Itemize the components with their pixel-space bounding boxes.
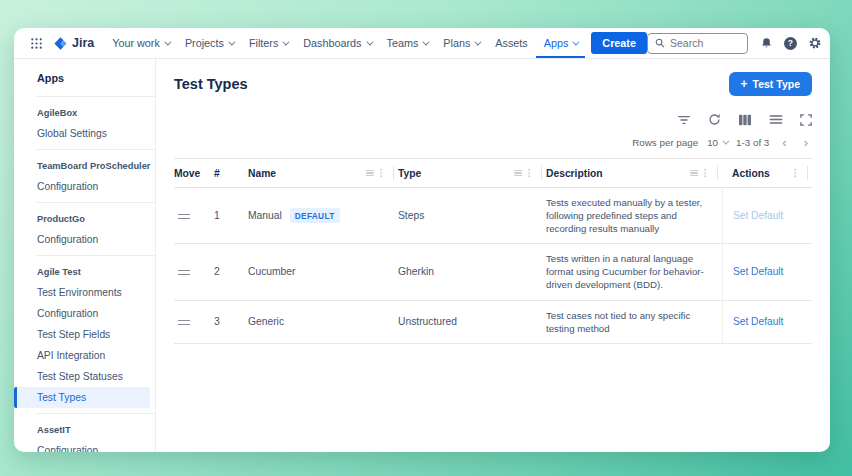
drag-handle-icon[interactable] <box>178 320 190 325</box>
search-input[interactable] <box>670 37 740 49</box>
search-box[interactable] <box>647 33 748 54</box>
sidebar-item-configuration[interactable]: Configuration <box>14 440 155 452</box>
density-icon[interactable] <box>769 114 783 125</box>
sidebar-item-global-settings[interactable]: Global Settings <box>14 123 155 144</box>
test-type-description: Test cases not tied to any specific test… <box>546 301 722 343</box>
nav-menu: Your work Projects Filters Dashboards Te… <box>104 28 585 58</box>
chevron-down-icon <box>423 38 430 45</box>
top-navbar: Jira Your work Projects Filters Dashboar… <box>14 28 830 59</box>
chevron-down-icon <box>573 38 580 45</box>
chevron-down-icon <box>228 38 235 45</box>
set-default-link[interactable]: Set Default <box>733 316 783 327</box>
app-switcher-grid-icon[interactable] <box>24 37 49 50</box>
sidebar-item-configuration[interactable]: Configuration <box>14 303 155 324</box>
rows-per-page-label: Rows per page <box>632 137 698 148</box>
table-row: 2 Cucumber Gherkin Tests written in a na… <box>174 244 812 300</box>
column-header-type[interactable]: Type ⋮ <box>398 159 546 187</box>
chevron-down-icon <box>722 138 729 145</box>
rows-per-page-select[interactable]: 10 <box>707 137 727 148</box>
jira-logo-text: Jira <box>72 36 94 50</box>
nav-item-apps[interactable]: Apps <box>536 28 586 58</box>
chevron-down-icon <box>283 38 290 45</box>
sidebar-title: Apps <box>14 72 155 91</box>
plus-icon: + <box>741 78 748 90</box>
column-header-name[interactable]: Name ⋮ <box>248 159 398 187</box>
column-separator <box>393 166 394 180</box>
nav-item-projects[interactable]: Projects <box>177 28 241 58</box>
add-test-type-button[interactable]: + Test Type <box>729 72 812 96</box>
next-page-icon[interactable]: › <box>800 136 812 149</box>
set-default-link[interactable]: Set Default <box>733 210 783 221</box>
table-row: 3 Generic Unstructured Test cases not ti… <box>174 301 812 344</box>
table-toolbar <box>174 113 812 126</box>
column-menu-icon[interactable] <box>690 170 698 177</box>
table-header-row: Move # Name ⋮ Type <box>174 158 812 188</box>
sidebar-section-agilebox: AgileBox <box>14 102 155 123</box>
test-type-description: Tests executed manually by a tester, fol… <box>546 188 722 243</box>
sidebar-item-test-environments[interactable]: Test Environments <box>14 282 155 303</box>
column-header-actions[interactable]: Actions ⋮ <box>722 159 812 187</box>
sidebar-item-configuration[interactable]: Configuration <box>14 176 155 197</box>
test-type-name: Generic <box>248 316 284 327</box>
nav-item-assets[interactable]: Assets <box>487 28 535 58</box>
search-icon <box>655 38 665 48</box>
test-type-description: Tests written in a natural language form… <box>546 244 722 299</box>
column-separator <box>541 166 542 180</box>
nav-right-icons: ? <box>760 35 830 52</box>
test-type-type: Gherkin <box>398 258 546 285</box>
columns-icon[interactable] <box>738 114 752 126</box>
column-options-icon[interactable]: ⋮ <box>791 168 801 178</box>
fullscreen-icon[interactable] <box>800 114 812 126</box>
column-separator <box>807 166 808 180</box>
nav-item-filters[interactable]: Filters <box>241 28 295 58</box>
jira-logo[interactable]: Jira <box>49 36 104 51</box>
column-options-icon[interactable]: ⋮ <box>701 168 711 178</box>
help-icon[interactable]: ? <box>784 37 797 50</box>
sidebar-section-teamboard-proscheduler: TeamBoard ProScheduler <box>14 155 155 176</box>
row-number: 3 <box>214 308 248 335</box>
test-type-name: Cucumber <box>248 266 296 277</box>
row-number: 1 <box>214 202 248 229</box>
create-button[interactable]: Create <box>591 32 647 54</box>
row-number: 2 <box>214 258 248 285</box>
jira-logo-icon <box>53 36 68 51</box>
column-options-icon[interactable]: ⋮ <box>377 168 387 178</box>
column-header-number: # <box>214 161 248 186</box>
column-menu-icon[interactable] <box>366 170 374 177</box>
sidebar-item-test-step-fields[interactable]: Test Step Fields <box>14 324 155 345</box>
sidebar-item-test-step-statuses[interactable]: Test Step Statuses <box>14 366 155 387</box>
previous-page-icon[interactable]: ‹ <box>778 136 790 149</box>
chevron-down-icon <box>475 38 482 45</box>
divider <box>36 96 155 97</box>
chevron-down-icon <box>164 38 171 45</box>
sidebar-section-agile-test: Agile Test <box>14 261 155 282</box>
column-menu-icon[interactable] <box>514 170 522 177</box>
column-separator <box>717 166 718 180</box>
filter-icon[interactable] <box>677 114 691 126</box>
column-header-move: Move <box>174 161 214 186</box>
nav-item-dashboards[interactable]: Dashboards <box>295 28 378 58</box>
app-window: Jira Your work Projects Filters Dashboar… <box>14 28 830 452</box>
test-type-type: Steps <box>398 202 546 229</box>
column-options-icon[interactable]: ⋮ <box>525 168 535 178</box>
divider <box>36 255 155 256</box>
refresh-icon[interactable] <box>708 113 721 126</box>
drag-handle-icon[interactable] <box>178 214 190 219</box>
divider <box>36 149 155 150</box>
drag-handle-icon[interactable] <box>178 270 190 275</box>
sidebar-item-configuration[interactable]: Configuration <box>14 229 155 250</box>
sidebar-section-assetit: AssetIT <box>14 419 155 440</box>
notifications-bell-icon[interactable] <box>760 37 773 50</box>
settings-gear-icon[interactable] <box>808 36 822 50</box>
divider <box>36 202 155 203</box>
nav-item-your-work[interactable]: Your work <box>104 28 177 58</box>
sidebar-item-test-types[interactable]: Test Types <box>14 387 150 408</box>
table-row: 1 Manual DEFAULT Steps Tests executed ma… <box>174 188 812 244</box>
set-default-link[interactable]: Set Default <box>733 266 783 277</box>
nav-item-teams[interactable]: Teams <box>379 28 436 58</box>
nav-item-plans[interactable]: Plans <box>435 28 487 58</box>
column-header-description[interactable]: Description ⋮ <box>546 159 722 187</box>
sidebar-section-productgo: ProductGo <box>14 208 155 229</box>
divider <box>36 413 155 414</box>
sidebar-item-api-integration[interactable]: API Integration <box>14 345 155 366</box>
